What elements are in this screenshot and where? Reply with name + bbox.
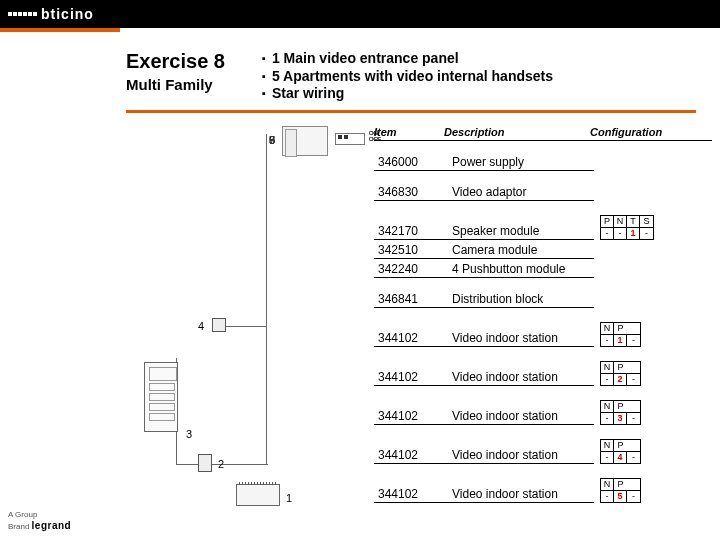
- table-row: 346000Power supply: [374, 155, 712, 171]
- item-code: 342510: [374, 243, 444, 259]
- brand-logo: [8, 12, 37, 16]
- config-box: NP-5-: [600, 478, 641, 503]
- bullet-item: 5 Apartments with video internal handset…: [262, 68, 553, 86]
- bullet-item: 1 Main video entrance panel: [262, 50, 553, 68]
- brand-bar: bticino: [0, 0, 720, 28]
- item-desc: Video indoor station: [444, 331, 594, 347]
- item-config: NP-5-: [594, 478, 712, 503]
- config-box: NP-2-: [600, 361, 641, 386]
- table-row: 346830Video adaptor: [374, 185, 712, 201]
- item-code: 346841: [374, 292, 444, 308]
- spec-bullets: 1 Main video entrance panel 5 Apartments…: [262, 50, 553, 103]
- table-row: 3422404 Pushbutton module: [374, 262, 712, 278]
- item-desc: Speaker module: [444, 224, 594, 240]
- item-desc: Camera module: [444, 243, 594, 259]
- item-desc: Video adaptor: [444, 185, 594, 201]
- psu-icon: [236, 484, 280, 506]
- item-desc: 4 Pushbutton module: [444, 262, 594, 278]
- node-label: 4: [198, 320, 204, 332]
- item-code: 346000: [374, 155, 444, 171]
- table-row: 342170Speaker modulePNTS--1-: [374, 215, 712, 240]
- item-code: 342240: [374, 262, 444, 278]
- table-header: Item Description Configuration: [374, 126, 712, 141]
- brand-name: bticino: [41, 6, 94, 22]
- table-row: 344102Video indoor stationNP-5-: [374, 478, 712, 503]
- col-item: Item: [374, 126, 444, 138]
- table-row: 344102Video indoor stationNP-1-: [374, 322, 712, 347]
- item-code: 344102: [374, 370, 444, 386]
- item-code: 344102: [374, 409, 444, 425]
- item-desc: Video indoor station: [444, 487, 594, 503]
- psu-label: 1: [286, 492, 292, 504]
- item-desc: Video indoor station: [444, 409, 594, 425]
- item-desc: Video indoor station: [444, 370, 594, 386]
- item-config: NP-3-: [594, 400, 712, 425]
- item-config: NP-4-: [594, 439, 712, 464]
- adaptor-icon: [198, 454, 212, 472]
- adaptor-label: 2: [218, 458, 224, 470]
- item-desc: Distribution block: [444, 292, 594, 308]
- item-code: 342170: [374, 224, 444, 240]
- item-code: 344102: [374, 448, 444, 464]
- item-desc: Video indoor station: [444, 448, 594, 464]
- item-config: NP-2-: [594, 361, 712, 386]
- item-config: PNTS--1-: [594, 215, 712, 240]
- table-row: 344102Video indoor stationNP-3-: [374, 400, 712, 425]
- item-table: Item Description Configuration 346000Pow…: [374, 126, 712, 503]
- item-code: 344102: [374, 331, 444, 347]
- item-config: NP-1-: [594, 322, 712, 347]
- entrance-panel-icon: [144, 362, 178, 432]
- wiring-diagram: 9ONOFF 8ONOFF 7ONOFF 6ONOFF 5ONOFF 4 3 2…: [126, 126, 372, 512]
- bullet-item: Star wiring: [262, 85, 553, 103]
- config-box: NP-1-: [600, 322, 641, 347]
- table-row: 346841Distribution block: [374, 292, 712, 308]
- item-desc: Power supply: [444, 155, 594, 171]
- divider: [126, 110, 696, 113]
- config-box: NP-4-: [600, 439, 641, 464]
- config-box: PNTS--1-: [600, 215, 654, 240]
- col-desc: Description: [444, 126, 590, 138]
- item-code: 346830: [374, 185, 444, 201]
- item-code: 344102: [374, 487, 444, 503]
- config-box: NP-3-: [600, 400, 641, 425]
- col-config: Configuration: [590, 126, 712, 138]
- ep-label: 3: [186, 428, 192, 440]
- table-row: 344102Video indoor stationNP-2-: [374, 361, 712, 386]
- brand-accent: [0, 28, 120, 32]
- table-row: 344102Video indoor stationNP-4-: [374, 439, 712, 464]
- distribution-node: [212, 318, 226, 332]
- group-brand: A Group Brand legrand: [8, 511, 71, 532]
- table-row: 342510Camera module: [374, 243, 712, 259]
